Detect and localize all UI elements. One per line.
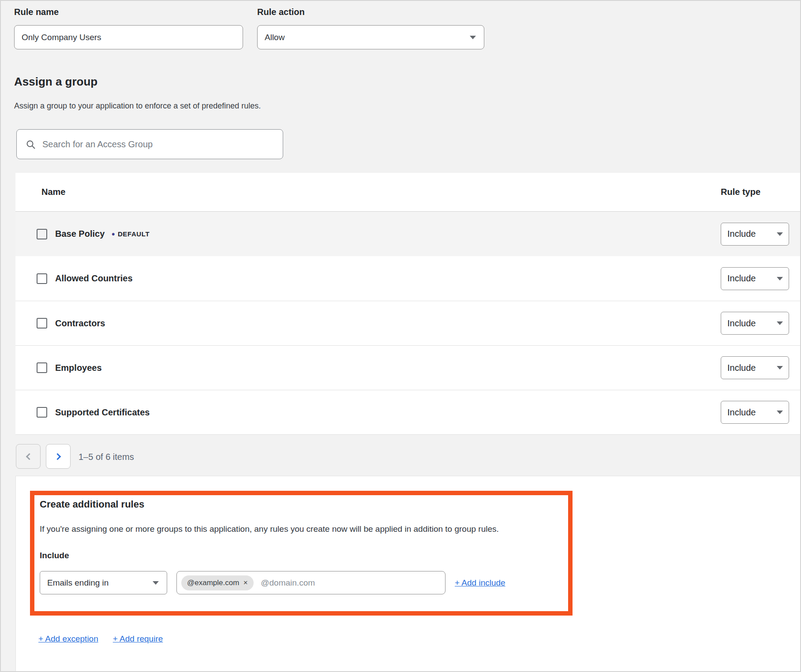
include-label: Include	[40, 551, 568, 560]
email-tag: @example.com ✕	[181, 575, 254, 590]
chevron-down-icon	[153, 581, 159, 585]
group-name: Supported Certificates	[55, 407, 150, 418]
default-badge: •DEFAULT	[112, 230, 150, 239]
chevron-down-icon	[777, 232, 783, 236]
assign-group-description: Assign a group to your application to en…	[14, 101, 261, 111]
chevron-down-icon	[470, 36, 476, 39]
row-checkbox[interactable]	[37, 407, 47, 418]
rule-action-value: Allow	[265, 33, 284, 42]
assign-group-heading: Assign a group	[14, 75, 97, 89]
chevron-left-icon	[26, 453, 33, 460]
access-groups-table: Name Rule type Base Policy •DEFAULT Incl…	[15, 173, 801, 435]
add-require-link[interactable]: + Add require	[113, 634, 163, 644]
rule-selector-value: Emails ending in	[47, 578, 109, 588]
table-row: Contractors Include	[15, 301, 801, 345]
rule-name-input[interactable]	[15, 26, 243, 49]
rule-type-select[interactable]: Include	[721, 356, 789, 379]
next-page-button[interactable]	[46, 444, 71, 469]
row-checkbox[interactable]	[37, 273, 47, 284]
remove-tag-icon[interactable]: ✕	[243, 579, 248, 586]
group-name: Allowed Countries	[55, 273, 133, 284]
highlight-outline: Create additional rules If you're assign…	[30, 491, 573, 616]
chevron-down-icon	[777, 277, 783, 280]
row-checkbox[interactable]	[37, 362, 47, 373]
prev-page-button[interactable]	[16, 444, 41, 469]
include-rule-row: Emails ending in @example.com ✕ + Add in…	[40, 571, 568, 594]
rule-type-select[interactable]: Include	[721, 401, 789, 424]
search-icon	[26, 139, 36, 150]
rule-type-select[interactable]: Include	[721, 312, 789, 335]
rule-type-select[interactable]: Include	[721, 223, 789, 246]
rule-action-select[interactable]: Allow	[257, 25, 484, 49]
table-row: Supported Certificates Include	[15, 390, 801, 434]
email-domain-input[interactable]	[258, 571, 441, 594]
rule-selector-select[interactable]: Emails ending in	[40, 571, 167, 594]
additional-rules-panel: Create additional rules If you're assign…	[15, 476, 801, 672]
column-header-rule-type: Rule type	[721, 187, 760, 197]
group-name: Employees	[55, 363, 102, 373]
table-header: Name Rule type	[15, 173, 801, 212]
chevron-right-icon	[54, 453, 61, 460]
table-row: Employees Include	[15, 345, 801, 390]
email-domains-field[interactable]: @example.com ✕	[176, 571, 445, 594]
add-exception-link[interactable]: + Add exception	[38, 634, 98, 644]
row-checkbox[interactable]	[37, 229, 47, 239]
rule-name-label: Rule name	[14, 7, 59, 17]
search-input[interactable]	[17, 130, 283, 159]
table-row: Base Policy •DEFAULT Include	[15, 212, 801, 256]
rule-name-field-wrap	[14, 25, 243, 49]
group-name: Contractors	[55, 318, 105, 329]
access-group-search-wrap	[16, 129, 283, 159]
chevron-down-icon	[777, 411, 783, 414]
additional-rules-heading: Create additional rules	[40, 499, 568, 510]
column-header-name: Name	[41, 187, 65, 197]
access-policy-page: Rule name Rule action Allow Assign a gro…	[0, 0, 801, 672]
badge-dot-icon: •	[112, 230, 115, 239]
additional-rules-description: If you're assigning one or more groups t…	[40, 524, 568, 534]
rule-type-select[interactable]: Include	[721, 267, 789, 290]
group-name: Base Policy	[55, 229, 105, 239]
chevron-down-icon	[777, 366, 783, 370]
row-checkbox[interactable]	[37, 318, 47, 329]
rule-links-row: + Add exception + Add require	[38, 634, 163, 644]
rule-action-label: Rule action	[257, 7, 305, 17]
add-include-link[interactable]: + Add include	[455, 578, 505, 588]
table-row: Allowed Countries Include	[15, 256, 801, 301]
chevron-down-icon	[777, 321, 783, 325]
pagination-label: 1–5 of 6 items	[79, 452, 134, 462]
